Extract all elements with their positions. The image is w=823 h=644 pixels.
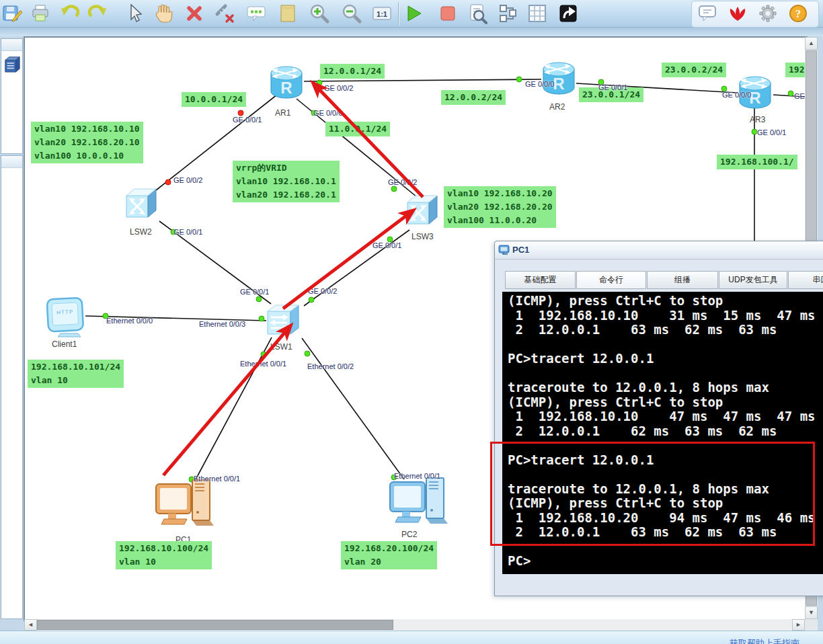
device-label-ar1: AR1 — [275, 108, 290, 118]
svg-text:R: R — [553, 75, 564, 93]
tab-command-line[interactable]: 命令行 — [576, 271, 646, 289]
help-icon[interactable]: ? — [787, 3, 809, 24]
port-label: GE 0/0/1 — [240, 288, 269, 296]
device-client1[interactable]: HTTP — [46, 296, 89, 339]
device-label-pc2: PC2 — [401, 530, 417, 539]
port-label: Ethernet 0/0/3 — [199, 320, 245, 328]
port-label: GE 0/0/1 — [757, 128, 786, 136]
port-label: GE — [794, 92, 805, 100]
horizontal-scrollbar[interactable]: ◄ ► — [24, 619, 805, 631]
server-device-icon[interactable] — [3, 55, 21, 75]
device-router-ar1[interactable]: R — [266, 64, 307, 102]
ip-label[interactable]: 192.168.10.101/24 vlan 10 — [28, 360, 124, 388]
device-switch-lsw3[interactable] — [404, 191, 442, 229]
status-bar: 获取帮助上手指南 — [0, 631, 823, 644]
save-icon[interactable] — [1, 3, 23, 24]
ip-label[interactable]: 23.0.0.2/24 — [662, 63, 726, 77]
port-label: GE 0/0/2 — [308, 287, 337, 295]
ip-label[interactable]: 12.0.0.1/24 — [320, 64, 385, 79]
zoom-in-icon[interactable] — [309, 3, 330, 24]
sidebar-lower-panel — [1, 155, 23, 619]
device-router-ar2[interactable]: R — [539, 60, 579, 97]
delete-link-icon[interactable] — [214, 3, 235, 24]
pan-hand-icon[interactable] — [153, 3, 175, 24]
delete-icon[interactable] — [184, 3, 205, 24]
device-switch-lsw1[interactable] — [264, 300, 303, 339]
zoom-out-icon[interactable] — [341, 3, 362, 24]
scroll-right-button[interactable]: ► — [792, 619, 805, 631]
port-label: Ethernet 0/0/1 — [240, 360, 286, 368]
stop-devices-icon[interactable] — [437, 3, 459, 24]
ip-label[interactable]: 12.0.0.2/24 — [441, 90, 506, 105]
scroll-left-button[interactable]: ◄ — [24, 619, 37, 631]
device-label-ar2: AR2 — [549, 102, 565, 112]
sidebar-panel-header[interactable] — [1, 39, 22, 51]
port-label: GE 0/0/1 — [173, 228, 202, 236]
device-pc2[interactable] — [389, 477, 450, 533]
highlight-annotation-box — [490, 442, 815, 546]
ip-label[interactable]: 11.0.0.1/24 — [325, 122, 390, 136]
ip-label[interactable]: 192.168.100.1/ — [717, 155, 797, 169]
tab-basic-config[interactable]: 基础配置 — [505, 271, 576, 289]
device-pc1[interactable] — [155, 479, 217, 535]
port-label: GE 0/0/2 — [173, 176, 202, 184]
ip-label[interactable]: 10.0.0.1/24 — [182, 92, 246, 107]
port-label: GE 0/0/0 — [313, 109, 342, 117]
svg-text:?: ? — [795, 8, 801, 19]
svg-text:1:1: 1:1 — [377, 10, 387, 18]
toolbar-separator — [398, 2, 399, 25]
start-devices-icon[interactable] — [403, 3, 424, 24]
tab-udp-tool[interactable]: UDP发包工具 — [719, 271, 787, 289]
port-label: Ethernet 0/0/1 — [394, 472, 440, 480]
port-label: GE 0/0/1 — [233, 116, 262, 124]
redo-icon[interactable] — [87, 3, 109, 24]
console-icon[interactable] — [557, 3, 579, 24]
device-label-lsw1: LSW1 — [270, 342, 292, 352]
ip-label[interactable]: vlan10 192.168.10.20 vlan20 192.168.20.2… — [444, 186, 556, 228]
select-cursor-icon[interactable] — [123, 3, 145, 24]
scroll-down-button[interactable]: ▼ — [805, 606, 818, 619]
port-label: GE 0/0/0 — [525, 80, 554, 88]
ip-label[interactable]: vlan10 192.168.10.10 vlan20 192.168.20.1… — [31, 122, 143, 163]
ip-label[interactable]: vrrp的VRID vlan10 192.168.10.1 vlan20 192… — [233, 161, 340, 202]
port-label: GE 0/0/0 — [722, 91, 751, 99]
horizontal-scrollbar-thumb[interactable] — [37, 620, 393, 630]
device-switch-lsw2[interactable] — [123, 184, 161, 222]
port-label: Ethernet 0/0/1 — [194, 475, 240, 483]
device-label-client1: Client1 — [52, 339, 77, 349]
tab-multicast[interactable]: 组播 — [647, 271, 718, 289]
port-label: GE 0/0/1 — [373, 241, 401, 249]
svg-text:R: R — [280, 79, 292, 97]
undo-icon[interactable] — [58, 3, 80, 24]
grid-icon[interactable] — [526, 3, 548, 24]
ensp-app-window: 1:1 ? — [0, 0, 823, 644]
port-label: GE 0/0/2 — [324, 84, 353, 92]
huawei-logo-icon[interactable] — [727, 3, 748, 24]
text-box-icon[interactable] — [245, 3, 267, 24]
port-label: GE 0/0/1 — [598, 83, 627, 91]
scrollbar-corner — [805, 619, 818, 631]
status-bar-help-text[interactable]: 获取帮助上手指南 — [730, 637, 799, 644]
toolbar-lower-strip — [0, 28, 823, 36]
ip-label[interactable]: 192.168.20.100/24 vlan 20 — [341, 541, 437, 569]
device-label-lsw2: LSW2 — [130, 227, 152, 237]
print-icon[interactable] — [30, 3, 51, 24]
pc-window-icon — [498, 244, 512, 256]
device-view-icon[interactable] — [497, 3, 518, 24]
main-toolbar: 1:1 ? — [0, 0, 823, 28]
actual-size-icon[interactable]: 1:1 — [371, 3, 393, 24]
ip-label[interactable]: 192.168.10.100/24 vlan 10 — [116, 541, 212, 569]
scroll-up-button[interactable]: ▲ — [805, 37, 818, 50]
packet-capture-icon[interactable] — [467, 3, 488, 24]
tab-serial[interactable]: 串口 — [788, 271, 823, 289]
note-icon[interactable] — [277, 3, 299, 24]
svg-text:HTTP: HTTP — [56, 309, 73, 315]
chat-icon[interactable] — [697, 3, 718, 24]
port-label: Ethernet 0/0/2 — [307, 362, 354, 370]
port-label: GE 0/0/2 — [388, 178, 417, 186]
window-titlebar[interactable]: PC1 — [495, 241, 823, 259]
sidebar-device-panel — [1, 38, 23, 154]
settings-gear-icon[interactable] — [757, 3, 779, 24]
sidebar-panel-header-2[interactable] — [1, 156, 22, 168]
device-label-ar3: AR3 — [750, 115, 765, 124]
